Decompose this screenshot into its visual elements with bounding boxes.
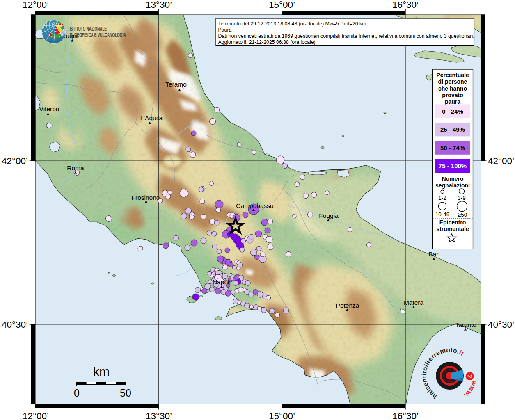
svg-text:km: km	[93, 365, 110, 378]
svg-text:15°00’: 15°00’	[269, 0, 295, 10]
svg-text:provato: provato	[442, 92, 463, 98]
svg-text:che hanno: che hanno	[438, 85, 467, 92]
svg-text:DI GEOFISICA E VULCANOLOGIA: DI GEOFISICA E VULCANOLOGIA	[70, 32, 126, 38]
svg-text:13°30’: 13°30’	[146, 0, 172, 10]
svg-text:40°30’: 40°30’	[488, 320, 514, 330]
svg-text:75 - 100%: 75 - 100%	[439, 162, 467, 169]
svg-text:12°00’: 12°00’	[23, 411, 49, 420]
svg-text:≥50: ≥50	[458, 212, 467, 218]
svg-text:Terremoto del 29-12-2013 18:08: Terremoto del 29-12-2013 18:08:43 (ora l…	[218, 21, 366, 27]
svg-text:Napoli: Napoli	[213, 278, 231, 285]
svg-text:Campobasso: Campobasso	[236, 202, 273, 209]
svg-text:1-2: 1-2	[438, 195, 446, 201]
svg-text:42°00’: 42°00’	[488, 156, 514, 166]
svg-text:Bari: Bari	[428, 251, 440, 258]
svg-text:50: 50	[120, 387, 131, 399]
svg-text:Aggiornato il: 21-12-2025 06:3: Aggiornato il: 21-12-2025 06:38 (ora loc…	[218, 39, 316, 45]
svg-text:?: ?	[466, 374, 474, 379]
svg-text:Foggia: Foggia	[319, 212, 339, 219]
svg-text:42°00’: 42°00’	[2, 156, 28, 166]
svg-text:13°30’: 13°30’	[146, 411, 172, 420]
svg-text:Numero: Numero	[442, 176, 464, 182]
svg-text:Epicentro: Epicentro	[439, 219, 466, 226]
svg-text:Teramo: Teramo	[165, 81, 187, 88]
svg-text:0 - 24%: 0 - 24%	[442, 108, 463, 115]
svg-text:di persone: di persone	[438, 78, 467, 85]
svg-text:Frosinone: Frosinone	[132, 194, 160, 201]
svg-text:16°30’: 16°30’	[392, 0, 419, 10]
svg-text:10-49: 10-49	[435, 211, 450, 217]
svg-text:Taranto: Taranto	[455, 321, 476, 328]
svg-text:ISTITUTO NAZIONALE: ISTITUTO NAZIONALE	[70, 25, 107, 32]
svg-text:16°30’: 16°30’	[392, 411, 419, 420]
svg-text:paura: paura	[445, 98, 460, 105]
svg-text:Dati non verificati estratti d: Dati non verificati estratti da 1969 que…	[218, 33, 474, 39]
svg-text:L’Aquila: L’Aquila	[140, 114, 163, 121]
svg-text:Matera: Matera	[404, 299, 424, 306]
svg-text:Paura: Paura	[218, 27, 232, 33]
svg-text:15°00’: 15°00’	[269, 411, 295, 420]
svg-text:segnalazioni: segnalazioni	[435, 182, 470, 189]
svg-text:strumentale: strumentale	[436, 226, 469, 232]
svg-text:Viterbo: Viterbo	[39, 105, 60, 112]
svg-text:Percentuale: Percentuale	[436, 72, 469, 78]
svg-text:Potenza: Potenza	[336, 302, 359, 309]
svg-text:Roma: Roma	[67, 164, 84, 171]
svg-text:3-9: 3-9	[458, 195, 466, 201]
svg-text:40°30’: 40°30’	[2, 320, 28, 330]
svg-text:25 - 49%: 25 - 49%	[440, 126, 465, 133]
svg-text:0: 0	[74, 387, 80, 399]
svg-text:12°00’: 12°00’	[23, 0, 49, 10]
svg-text:50 - 74%: 50 - 74%	[440, 144, 465, 151]
